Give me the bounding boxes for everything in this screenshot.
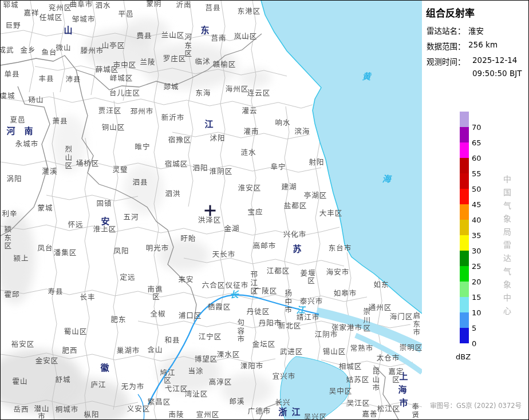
district-label: 贾汪区 (98, 108, 122, 115)
station-name-value: 淮安 (468, 25, 484, 36)
district-label: 岳西 (13, 406, 29, 414)
district-label: 成武 (1, 47, 14, 54)
district-label: 崇川区 (362, 308, 370, 333)
district-label: 东海 (195, 90, 211, 97)
district-label: 含山 (147, 347, 163, 354)
district-label: 盐都区 (284, 203, 307, 210)
legend-tick: 60 (472, 154, 481, 163)
district-label: 江阴市 (315, 331, 338, 339)
legend-color-cell (460, 127, 469, 142)
district-label: 砀山 (28, 97, 44, 104)
obs-time-label: 观测时间： (427, 56, 465, 67)
district-label: 薛城区 (96, 66, 119, 74)
district-label: 东台市 (329, 245, 352, 252)
district-label: 淮阴区 (210, 168, 233, 176)
district-label: 吴兴区 (304, 414, 327, 420)
district-label: 昆山市 (372, 367, 379, 393)
legend-color-cell (460, 312, 469, 328)
district-label: 怀远 (68, 221, 83, 229)
legend-color-cell (460, 297, 469, 312)
district-label: 靖江市 (297, 314, 320, 322)
district-label: 埇桥区 (76, 160, 100, 168)
district-label: 虞城 (1, 93, 15, 100)
district-label: 桐城市 (56, 406, 79, 414)
province-label: 河 (6, 127, 15, 136)
district-label: 郯城 (163, 84, 179, 91)
district-label: 区 (152, 294, 160, 301)
province-label: 山 (64, 26, 72, 35)
district-label: 颍东区 (3, 225, 11, 251)
data-range-label: 数据范围： (427, 40, 465, 51)
province-label: 上 (399, 373, 408, 381)
district-label: 兴化市 (283, 231, 307, 239)
district-label: 肥东 (110, 316, 126, 324)
district-label: 微山 (56, 45, 71, 52)
water-label: 海 (382, 175, 390, 184)
water-label: 黄 (362, 73, 370, 81)
district-label: 沂南 (176, 2, 191, 9)
district-label: 启东市 (412, 312, 420, 337)
district-label: 宝应 (247, 209, 263, 216)
district-label: 台儿庄区 (109, 90, 140, 97)
district-label: 句容市 (236, 319, 244, 344)
data-range-value: 256 km (468, 40, 498, 49)
district-label: 区 (164, 377, 172, 385)
district-label: 夏邑 (10, 117, 25, 124)
district-label: 洪泽区 (198, 217, 222, 224)
district-label: 通州区 (369, 304, 392, 312)
legend-tick: 35 (472, 231, 481, 240)
district-label: 定远 (120, 274, 135, 282)
province-label: 苏 (293, 245, 301, 253)
radar-site-cross-marker (205, 205, 216, 216)
radar-map: 郓城嘉祥兖州区曲阜市泗水平邑任城区邹城市巨野费县成武金乡鱼台微山滕州市山亭区市中… (1, 1, 422, 420)
district-label: 溧水区 (217, 351, 240, 359)
legend-color-cell (460, 282, 469, 297)
district-label: 栖霞区 (208, 304, 231, 311)
legend-color-cell (460, 220, 469, 235)
district-label: 平邑 (118, 11, 133, 18)
district-label: 蒙阴 (146, 1, 161, 7)
district-label: 义安区 (127, 406, 151, 413)
district-label: 江宁区 (199, 334, 222, 341)
district-label: 灌云 (242, 108, 257, 115)
district-label: 郎溪 (229, 398, 244, 406)
district-label: 海州区 (226, 86, 249, 93)
district-label: 裕安区 (11, 341, 35, 348)
district-label: 武进区 (280, 348, 303, 356)
legend-color-cell (460, 189, 469, 204)
district-label: 嘉祥 (23, 10, 39, 17)
district-label: 盱眙 (180, 235, 196, 243)
district-label: 广德市 (248, 408, 271, 415)
district-label: 丹徒区 (247, 308, 270, 316)
district-label: 响水 (275, 120, 290, 127)
district-label: 天长市 (212, 251, 236, 259)
district-label: 曲阜市 (70, 1, 93, 9)
district-label: 泗洪 (165, 191, 180, 198)
district-label: 泗水 (95, 2, 110, 10)
district-label: 宿城区 (165, 161, 188, 168)
district-label: 邳州市 (131, 108, 154, 116)
district-label: 连云区 (247, 90, 271, 97)
legend-color-cell (460, 235, 469, 251)
district-label: 姑苏区 (346, 377, 370, 384)
legend-unit: dBZ (456, 352, 471, 361)
district-label: 六合区 (202, 282, 226, 290)
district-label: 颍上 (13, 255, 29, 263)
district-label: 任城区 (40, 14, 63, 22)
province-label: 南 (24, 127, 33, 136)
district-label: 沭阳 (210, 135, 225, 142)
district-label: 繁昌区 (148, 399, 171, 406)
district-label: 泗县 (132, 179, 148, 187)
province-label: 海 (398, 386, 406, 394)
province-label: 浙 (278, 408, 287, 417)
legend-tick: 20 (472, 278, 481, 286)
district-label: 莒南 (211, 35, 226, 42)
legend-tick: 45 (472, 200, 481, 209)
district-label: 宿豫区 (168, 137, 192, 144)
district-label: 兰陵 (140, 59, 155, 66)
district-label: 长丰 (80, 294, 95, 302)
district-label: 泗阳 (192, 165, 208, 172)
district-label: 滨海 (294, 128, 310, 136)
radar-product-window: 郓城嘉祥兖州区曲阜市泗水平邑任城区邹城市巨野费县成武金乡鱼台微山滕州市山亭区市中… (0, 0, 529, 420)
district-label: 东港区 (238, 8, 261, 15)
